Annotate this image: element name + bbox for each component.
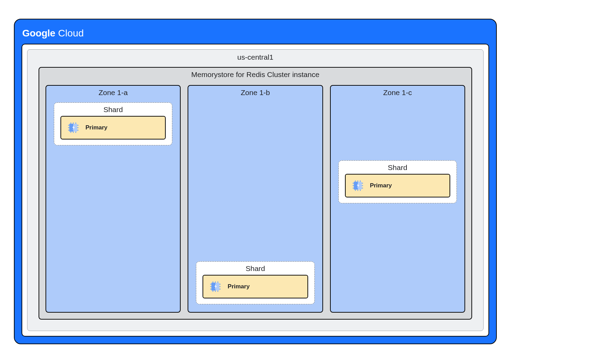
primary-node: Primary xyxy=(60,116,166,139)
inner-white-frame: us-central1 Memorystore for Redis Cluste… xyxy=(22,44,489,337)
zones-row: Zone 1-a Shard xyxy=(46,85,465,313)
logo-bold: Google xyxy=(22,28,55,39)
shard-box: Shard xyxy=(54,102,172,145)
cluster-instance-box: Memorystore for Redis Cluster instance Z… xyxy=(39,67,472,320)
diagram-page: Google Cloud us-central1 Memorystore for… xyxy=(0,0,601,364)
shard-label: Shard xyxy=(345,163,450,172)
zone-box-1a: Zone 1-a Shard xyxy=(46,85,181,313)
zone-label: Zone 1-a xyxy=(46,86,180,97)
primary-label: Primary xyxy=(370,182,392,189)
memorystore-icon xyxy=(209,281,221,293)
cluster-label: Memorystore for Redis Cluster instance xyxy=(39,68,471,79)
primary-node: Primary xyxy=(203,275,308,298)
primary-label: Primary xyxy=(85,124,107,131)
region-label: us-central1 xyxy=(27,50,483,61)
zone-label: Zone 1-b xyxy=(188,86,322,97)
logo-rest: Cloud xyxy=(55,28,84,39)
memorystore-icon xyxy=(67,122,79,134)
primary-node: Primary xyxy=(345,174,450,197)
zone-label: Zone 1-c xyxy=(331,86,464,97)
region-box: us-central1 Memorystore for Redis Cluste… xyxy=(27,49,484,331)
shard-box: Shard xyxy=(196,261,314,304)
shard-box: Shard xyxy=(338,160,457,203)
zone-box-1c: Zone 1-c Shard xyxy=(330,85,465,313)
google-cloud-frame: Google Cloud us-central1 Memorystore for… xyxy=(14,19,497,344)
shard-label: Shard xyxy=(203,264,308,273)
memorystore-icon xyxy=(352,180,364,192)
google-cloud-logo: Google Cloud xyxy=(22,28,84,39)
shard-label: Shard xyxy=(60,105,166,114)
zone-box-1b: Zone 1-b Shard xyxy=(188,85,323,313)
primary-label: Primary xyxy=(228,283,249,290)
